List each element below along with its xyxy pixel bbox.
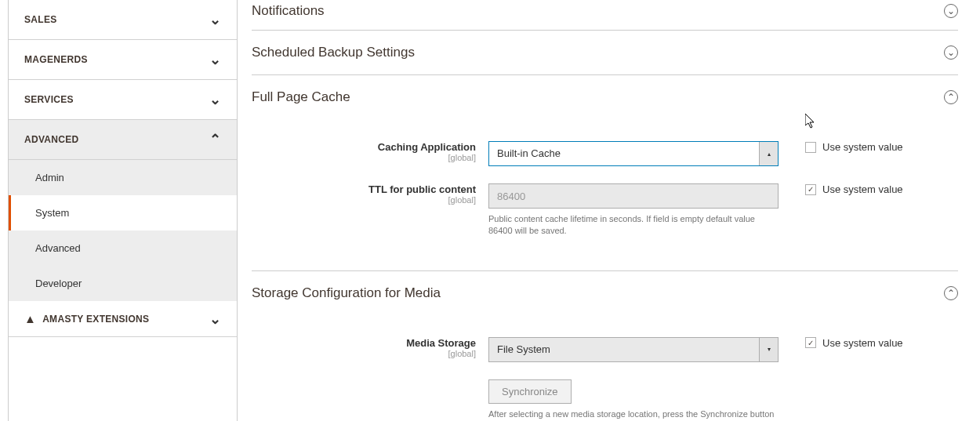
section-title: Storage Configuration for Media xyxy=(252,285,441,301)
sidebar-item-sales[interactable]: SALES ⌄ xyxy=(9,0,237,40)
section-body: Media Storage [global] File System ▾ Use… xyxy=(252,315,958,421)
sidebar-sub-advanced[interactable]: Advanced xyxy=(9,230,237,266)
sidebar-item-label: SALES xyxy=(24,14,57,25)
field-hint: After selecting a new media storage loca… xyxy=(488,408,779,421)
expand-icon[interactable]: ⌄ xyxy=(944,4,958,18)
media-storage-select[interactable]: File System ▾ xyxy=(488,337,779,362)
main-content: Notifications ⌄ Scheduled Backup Setting… xyxy=(238,0,972,421)
ttl-input[interactable] xyxy=(488,183,779,209)
chevron-up-icon: ▴ xyxy=(759,142,778,165)
expand-icon[interactable]: ⌄ xyxy=(944,45,958,60)
use-system-checkbox[interactable] xyxy=(805,337,816,348)
field-label-col: Caching Application [global] xyxy=(252,141,488,162)
sidebar-sub-items: Admin System Advanced Developer xyxy=(9,160,237,301)
field-label: TTL for public content xyxy=(252,183,476,195)
field-media-storage: Media Storage [global] File System ▾ Use… xyxy=(252,337,958,362)
field-label-col: TTL for public content [global] xyxy=(252,183,488,205)
sidebar-item-label: AMASTY EXTENSIONS xyxy=(42,314,149,325)
sidebar-item-magenerds[interactable]: MAGENERDS ⌄ xyxy=(9,40,237,80)
sidebar-item-amasty[interactable]: ▲ AMASTY EXTENSIONS ⌄ xyxy=(9,301,237,337)
section-scheduled-backup-header[interactable]: Scheduled Backup Settings ⌄ xyxy=(252,31,958,74)
caching-application-select[interactable]: Built-in Cache ▴ xyxy=(488,141,779,166)
field-extra: Use system value xyxy=(779,141,903,153)
sidebar-item-advanced[interactable]: ADVANCED ⌃ xyxy=(9,120,237,160)
use-system-label: Use system value xyxy=(822,141,903,153)
field-extra: Use system value xyxy=(779,183,903,195)
sidebar-item-label: MAGENERDS xyxy=(24,54,88,65)
use-system-checkbox[interactable] xyxy=(805,142,816,153)
field-ttl: TTL for public content [global] Public c… xyxy=(252,183,958,238)
select-value: Built-in Cache xyxy=(489,142,759,165)
sidebar: SALES ⌄ MAGENERDS ⌄ SERVICES ⌄ ADVANCED … xyxy=(8,0,238,421)
section-full-page-cache: Full Page Cache ⌃ Caching Application [g… xyxy=(252,75,958,271)
sidebar-sub-system[interactable]: System xyxy=(9,195,237,230)
section-notifications-header[interactable]: Notifications ⌄ xyxy=(252,0,958,31)
field-extra: Use system value xyxy=(779,337,903,349)
field-scope: [global] xyxy=(252,349,476,358)
field-control: File System ▾ xyxy=(488,337,779,362)
section-title: Scheduled Backup Settings xyxy=(252,45,415,60)
chevron-down-icon: ⌄ xyxy=(209,11,221,28)
section-title: Notifications xyxy=(252,3,325,19)
section-title: Full Page Cache xyxy=(252,89,350,105)
section-scheduled-backup: Scheduled Backup Settings ⌄ xyxy=(252,31,958,75)
field-control: Built-in Cache ▴ xyxy=(488,141,779,166)
amasty-icon: ▲ xyxy=(24,312,36,325)
field-control: Synchronize After selecting a new media … xyxy=(488,379,779,421)
section-full-page-cache-header[interactable]: Full Page Cache ⌃ xyxy=(252,75,958,119)
sidebar-item-services[interactable]: SERVICES ⌄ xyxy=(9,80,237,120)
field-label: Caching Application xyxy=(252,141,476,153)
synchronize-button[interactable]: Synchronize xyxy=(488,379,572,404)
sidebar-item-label: SERVICES xyxy=(24,94,74,105)
sidebar-sub-developer[interactable]: Developer xyxy=(9,266,237,301)
section-storage-header[interactable]: Storage Configuration for Media ⌃ xyxy=(252,271,958,315)
use-system-checkbox[interactable] xyxy=(805,184,816,195)
use-system-label: Use system value xyxy=(822,183,903,195)
sidebar-sub-admin[interactable]: Admin xyxy=(9,160,237,195)
field-synchronize: Synchronize After selecting a new media … xyxy=(252,379,958,421)
field-label: Media Storage xyxy=(252,337,476,349)
field-hint: Public content cache lifetime in seconds… xyxy=(488,213,779,238)
collapse-icon[interactable]: ⌃ xyxy=(944,286,958,300)
section-storage: Storage Configuration for Media ⌃ Media … xyxy=(252,271,958,421)
collapse-icon[interactable]: ⌃ xyxy=(944,90,958,104)
field-control: Public content cache lifetime in seconds… xyxy=(488,183,779,238)
chevron-down-icon: ⌄ xyxy=(209,310,221,328)
chevron-up-icon: ⌃ xyxy=(209,131,221,148)
chevron-down-icon: ▾ xyxy=(759,338,778,361)
select-value: File System xyxy=(489,338,759,361)
section-body: Caching Application [global] Built-in Ca… xyxy=(252,119,958,270)
use-system-label: Use system value xyxy=(822,337,903,349)
field-caching-application: Caching Application [global] Built-in Ca… xyxy=(252,141,958,166)
chevron-down-icon: ⌄ xyxy=(209,51,221,68)
field-label-col: Media Storage [global] xyxy=(252,337,488,358)
field-scope: [global] xyxy=(252,195,476,205)
sidebar-item-label: ADVANCED xyxy=(24,134,79,145)
chevron-down-icon: ⌄ xyxy=(209,91,221,108)
field-scope: [global] xyxy=(252,153,476,162)
